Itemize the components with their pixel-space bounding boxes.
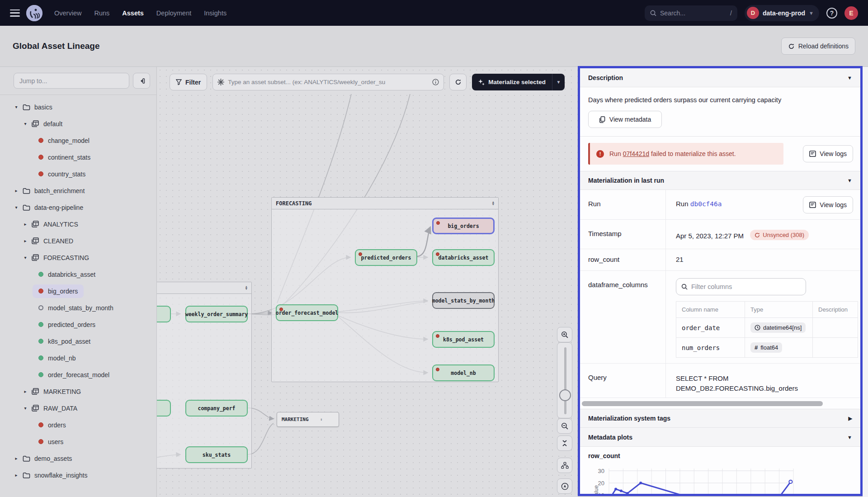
global-search-input[interactable]: Search... / (645, 5, 737, 21)
nav-item-deployment[interactable]: Deployment (156, 9, 191, 17)
sidebar-item-order_forecast_model[interactable]: order_forecast_model (0, 366, 156, 383)
section-metadata-plots[interactable]: Metadata plots ▼ (580, 428, 860, 447)
asset-node-sku_stats[interactable]: sku_stats (185, 446, 248, 463)
lineage-canvas[interactable]: FORECASTING▲▼▲▼MARKETING⇕ big_orderspred… (157, 67, 578, 497)
group-icon (32, 237, 40, 245)
sidebar-item-country_stats[interactable]: country_stats (0, 166, 156, 182)
sidebar-item-snowflake_insights[interactable]: ▸snowflake_insights (0, 467, 156, 483)
asset-node-predicted_orders[interactable]: predicted_orders (355, 249, 417, 266)
collapsed-group-MARKETING[interactable]: MARKETING⇕ (277, 412, 339, 427)
sidebar-item-FORECASTING[interactable]: ▾FORECASTING (0, 249, 156, 266)
recenter-button[interactable] (557, 478, 572, 494)
section-materialization-last-run[interactable]: Materialization in last run ▼ (580, 171, 860, 190)
asset-node-order_forecast_model[interactable]: order_forecast_model (276, 304, 338, 321)
menu-icon[interactable] (10, 9, 20, 17)
sidebar-item-basics[interactable]: ▾basics (0, 99, 156, 115)
caret-down-icon[interactable]: ▾ (13, 205, 20, 210)
sidebar-item-CLEANED[interactable]: ▸CLEANED (0, 232, 156, 249)
sidebar-item-data-eng-pipeline[interactable]: ▾data-eng-pipeline (0, 199, 156, 216)
group-icon (32, 221, 40, 228)
collapse-panel-button[interactable] (133, 73, 150, 89)
zoom-slider[interactable] (557, 342, 572, 418)
hash-icon: # (755, 344, 758, 351)
sidebar-item-batch_enrichment[interactable]: ▸batch_enrichment (0, 182, 156, 199)
sidebar-item-orders[interactable]: orders (0, 417, 156, 433)
dagster-app: OverviewRunsAssetsDeploymentInsights Sea… (0, 0, 868, 497)
asset-subset-input[interactable]: Type an asset subset... (ex: ANALYTICS/w… (212, 74, 444, 90)
caret-right-icon[interactable]: ▸ (22, 222, 29, 227)
search-placeholder: Search... (660, 9, 685, 17)
asset-node-big_orders[interactable]: big_orders (432, 218, 495, 234)
asset-node-model_nb[interactable]: model_nb (432, 364, 495, 381)
sidebar-item-predicted_orders[interactable]: predicted_orders (0, 316, 156, 333)
materialize-selected-button[interactable]: Materialize selected ▼ (472, 74, 565, 90)
page-header: Global Asset Lineage Reload definitions (0, 26, 868, 67)
dagster-logo-icon[interactable] (26, 5, 42, 21)
section-description[interactable]: Description ▼ (580, 68, 860, 87)
help-icon[interactable]: ? (826, 8, 837, 19)
caret-down-icon[interactable]: ▾ (22, 406, 29, 411)
run-id-link[interactable]: 07f4421d (623, 150, 649, 157)
expand-group-icon[interactable]: ⇕ (321, 417, 323, 421)
collapse-groups-button[interactable] (557, 435, 572, 451)
zoom-in-button[interactable] (557, 327, 572, 342)
asset-node-model_stats_by_month[interactable]: model_stats_by_month (432, 292, 495, 309)
sidebar-item-demo_assets[interactable]: ▸demo_assets (0, 450, 156, 467)
nav-item-assets[interactable]: Assets (122, 9, 144, 17)
sidebar-item-change_model[interactable]: change_model (0, 132, 156, 149)
view-logs-button[interactable]: View logs (803, 196, 853, 213)
run-id-link[interactable]: db0cf46a (690, 200, 722, 208)
jump-to-input[interactable]: Jump to... (14, 73, 129, 89)
caret-right-icon[interactable]: ▸ (22, 389, 29, 394)
reload-definitions-button[interactable]: Reload definitions (781, 38, 855, 55)
deployment-switcher[interactable]: D data-eng-prod ▼ (745, 5, 819, 21)
sidebar-item-model_nb[interactable]: model_nb (0, 350, 156, 366)
asset-node-databricks_asset[interactable]: databricks_asset (432, 249, 495, 266)
zoom-slider-handle[interactable] (559, 389, 571, 401)
caret-right-icon[interactable]: ▸ (13, 456, 20, 461)
view-logs-button[interactable]: View logs (803, 145, 853, 162)
sidebar-item-big_orders[interactable]: big_orders (0, 283, 156, 299)
caret-down-icon[interactable]: ▾ (22, 121, 29, 126)
section-system-tags[interactable]: Materialization system tags ▶ (580, 409, 860, 428)
failed-run-alert-row: ! Run07f4421dfailed to materialize this … (580, 137, 860, 171)
sidebar-item-k8s_pod_asset[interactable]: k8s_pod_asset (0, 333, 156, 350)
sidebar-item-RAW_DATA[interactable]: ▾RAW_DATA (0, 400, 156, 417)
refresh-graph-button[interactable] (449, 74, 467, 90)
group-header[interactable]: FORECASTING▲▼ (272, 198, 498, 209)
layout-tree-button[interactable] (557, 458, 572, 473)
asset-node-partial[interactable] (157, 306, 171, 322)
asset-node-k8s_pod_asset[interactable]: k8s_pod_asset (432, 331, 495, 348)
sidebar-item-default[interactable]: ▾default (0, 115, 156, 132)
view-metadata-button[interactable]: View metadata (588, 111, 662, 128)
materialize-options-caret[interactable]: ▼ (552, 74, 565, 90)
filter-button[interactable]: Filter (170, 74, 207, 90)
asset-node-company_perf[interactable]: company_perf (185, 400, 248, 417)
sidebar-item-MARKETING[interactable]: ▸MARKETING (0, 383, 156, 400)
collapse-group-icon[interactable]: ▲▼ (492, 201, 494, 206)
nav-item-insights[interactable]: Insights (204, 9, 226, 17)
sidebar-item-databricks_asset[interactable]: databricks_asset (0, 266, 156, 283)
nav-item-overview[interactable]: Overview (54, 9, 81, 17)
asset-node-partial[interactable] (157, 400, 171, 417)
sidebar-item-model_stats_by_month[interactable]: model_stats_by_month (0, 299, 156, 316)
filter-columns-input[interactable]: Filter columns (676, 278, 806, 295)
zoom-out-button[interactable] (557, 418, 572, 434)
sidebar-item-ANALYTICS[interactable]: ▸ANALYTICS (0, 216, 156, 232)
caret-down-icon[interactable]: ▾ (22, 255, 29, 260)
status-dot-red (38, 155, 43, 160)
caret-right-icon[interactable]: ▸ (13, 188, 20, 193)
sidebar-item-continent_stats[interactable]: continent_stats (0, 149, 156, 166)
horizontal-scrollbar[interactable] (582, 401, 823, 406)
caret-down-icon[interactable]: ▾ (13, 104, 20, 109)
caret-right-icon[interactable]: ▸ (22, 238, 29, 243)
search-shortcut: / (730, 9, 732, 17)
group-header[interactable]: ▲▼ (157, 282, 251, 294)
copy-icon (599, 116, 605, 123)
collapse-group-icon[interactable]: ▲▼ (245, 286, 247, 290)
sidebar-item-users[interactable]: users (0, 433, 156, 450)
caret-right-icon[interactable]: ▸ (13, 473, 20, 478)
avatar[interactable]: E (844, 6, 858, 20)
asset-node-weekly_order_summary[interactable]: weekly_order_summary (185, 306, 248, 322)
nav-item-runs[interactable]: Runs (94, 9, 109, 17)
